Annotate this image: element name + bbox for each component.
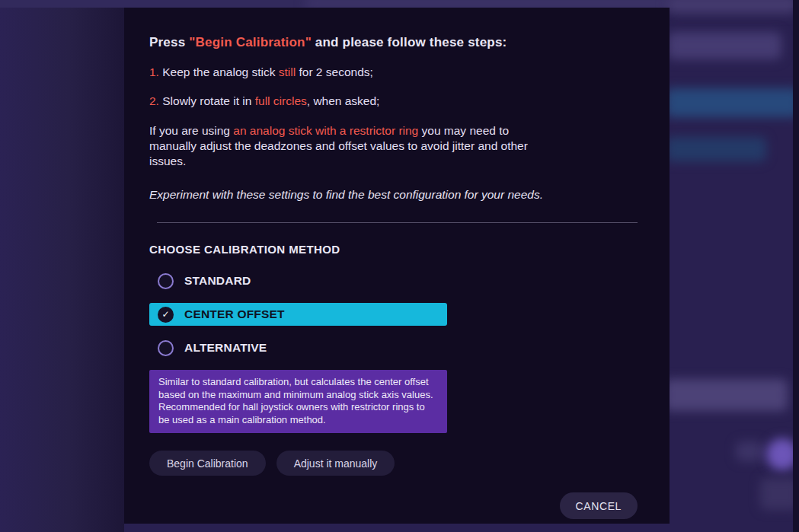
title-suffix: and please follow these steps: <box>312 35 507 49</box>
dialog-title: Press "Begin Calibration" and please fol… <box>149 35 642 50</box>
method-description-box: Similar to standard calibration, but cal… <box>149 370 447 433</box>
step-1-number: 1. <box>149 65 159 78</box>
step-2-number: 2. <box>149 94 159 107</box>
calibration-dialog: Press "Begin Calibration" and please fol… <box>124 8 670 524</box>
step-2-highlight: full circles <box>255 94 307 107</box>
begin-calibration-button[interactable]: Begin Calibration <box>149 451 266 476</box>
background-blur-blob <box>664 379 788 411</box>
cancel-button[interactable]: CANCEL <box>560 492 638 519</box>
experiment-tip: Experiment with these settings to find t… <box>149 188 642 202</box>
calibration-method-options: STANDARD ✓ CENTER OFFSET ALTERNATIVE <box>149 269 642 359</box>
option-alternative-label: ALTERNATIVE <box>184 341 267 355</box>
radio-unselected-icon[interactable] <box>158 273 174 289</box>
option-center-offset[interactable]: ✓ CENTER OFFSET <box>149 303 447 326</box>
note-text: If you are using <box>149 124 233 137</box>
section-divider <box>157 222 638 223</box>
step-1-highlight: still <box>279 65 296 78</box>
step-2: 2. Slowly rotate it in full circles, whe… <box>149 94 642 108</box>
action-buttons: Begin Calibration Adjust it manually <box>149 451 642 476</box>
check-icon[interactable]: ✓ <box>158 307 174 323</box>
adjust-manually-button[interactable]: Adjust it manually <box>276 451 395 476</box>
restrictor-ring-note: If you are using an analog stick with a … <box>149 123 547 169</box>
background-left-gradient <box>0 0 124 532</box>
background-blur-blob <box>666 137 766 161</box>
option-center-offset-label: CENTER OFFSET <box>184 307 285 321</box>
background-blur-blob <box>736 441 763 461</box>
step-1-text: Keep the analog stick <box>159 65 279 78</box>
title-highlight: "Begin Calibration" <box>189 35 312 49</box>
option-standard[interactable]: STANDARD <box>149 269 447 292</box>
screen: Press "Begin Calibration" and please fol… <box>0 0 799 532</box>
option-alternative[interactable]: ALTERNATIVE <box>149 336 447 359</box>
title-prefix: Press <box>149 35 189 49</box>
background-blur-blob <box>667 0 797 14</box>
step-1: 1. Keep the analog stick still for 2 sec… <box>149 65 642 79</box>
background-blur-blob <box>667 32 781 59</box>
step-1-text-end: for 2 seconds; <box>296 65 373 78</box>
note-highlight: an analog stick with a restrictor ring <box>233 124 418 137</box>
step-2-text: Slowly rotate it in <box>159 94 255 107</box>
calibration-method-heading: CHOOSE CALIBRATION METHOD <box>149 243 642 256</box>
radio-unselected-icon[interactable] <box>158 340 174 356</box>
cancel-row: CANCEL <box>149 492 638 519</box>
background-blur-blob <box>666 88 799 117</box>
step-2-text-end: , when asked; <box>307 94 380 107</box>
option-standard-label: STANDARD <box>184 274 251 288</box>
background-right-edge <box>793 0 799 532</box>
